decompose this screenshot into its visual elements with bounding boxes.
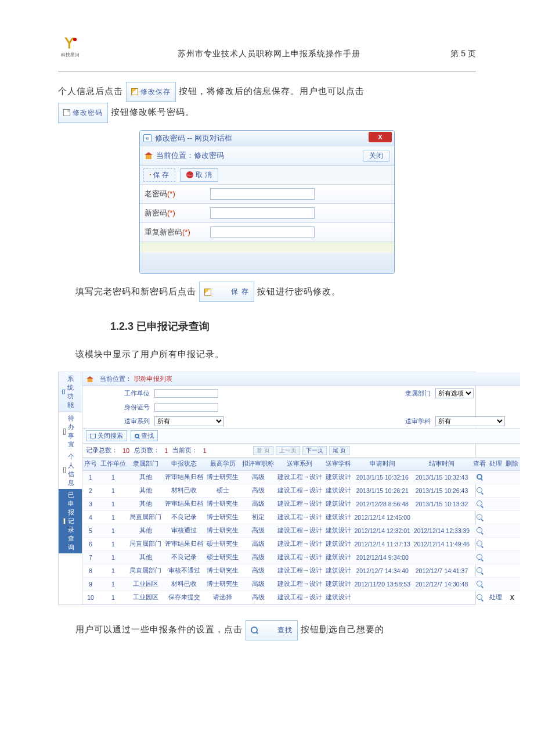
table-cell: 1 — [99, 564, 128, 578]
pages-value: 1 — [164, 447, 168, 454]
delete-cell — [504, 471, 520, 484]
table-cell: 9 — [82, 578, 99, 591]
delete-cell — [504, 511, 520, 524]
dept-select[interactable]: 所有选项 — [435, 388, 474, 398]
view-cell[interactable] — [471, 524, 488, 538]
change-password-button[interactable]: 修改密码 — [58, 103, 108, 123]
table-cell: 1 — [99, 471, 128, 484]
table-cell: 2013/1/15 10:13:32 — [412, 498, 471, 511]
work-unit-input[interactable] — [154, 389, 218, 398]
process-cell[interactable]: 处理 — [488, 591, 504, 604]
paragraph-4: 用户可以通过一些申报条件的设置，点击 查找 按钮删选自己想要的 — [58, 619, 476, 640]
table-cell: 建设工程→设计 — [276, 511, 324, 524]
table-cell: 1 — [99, 524, 128, 538]
table-cell: 高级 — [240, 471, 276, 484]
edit-save-button[interactable]: 修改保存 — [126, 82, 176, 102]
new-password-input[interactable] — [210, 207, 315, 219]
view-cell[interactable] — [471, 498, 488, 511]
view-cell[interactable] — [471, 538, 488, 551]
sidebar-item-records[interactable]: 已申报记录查询 — [59, 489, 82, 553]
view-cell[interactable] — [471, 484, 488, 498]
table-cell: 高级 — [240, 538, 276, 551]
pager-next[interactable]: 下一页 — [302, 446, 327, 455]
home-icon — [86, 376, 93, 382]
table-cell: 2012/12/14 9:34:00 — [353, 551, 412, 564]
table-cell: 2012/12/14 11:49:46 — [412, 538, 471, 551]
text: 按钮，将修改后的信息保存。用户也可以点击 — [179, 86, 365, 96]
required-star: (*) — [182, 228, 190, 236]
table-cell — [412, 511, 471, 524]
table-cell: 硕士研究生 — [205, 551, 240, 564]
table-cell: 其他 — [128, 498, 163, 511]
view-cell[interactable] — [471, 578, 488, 591]
edit-icon — [150, 174, 151, 175]
table-cell — [353, 591, 412, 604]
pager-prev[interactable]: 上一页 — [276, 446, 300, 455]
pager-first[interactable]: 首 页 — [253, 446, 273, 455]
table-cell: 1 — [99, 511, 128, 524]
find-inline-button[interactable]: 查找 — [246, 620, 298, 640]
cancel-label: 取 消 — [196, 170, 211, 180]
sidebar-item-profile[interactable]: 个人信息 — [59, 451, 82, 489]
table-cell: 2012/12/7 14:41:37 — [412, 564, 471, 578]
table-cell: 6 — [82, 538, 99, 551]
table-cell: 建筑设计 — [324, 564, 353, 578]
table-cell: 1 — [99, 538, 128, 551]
cancel-button[interactable]: — 取 消 — [180, 168, 218, 182]
series-label: 送审系列 — [124, 417, 150, 426]
save-inline-button[interactable]: 保 存 — [199, 282, 254, 302]
save-button[interactable]: 保 存 — [143, 168, 175, 182]
close-search-button[interactable]: 关闭搜索 — [86, 430, 127, 441]
required-star: (*) — [167, 208, 175, 217]
table-header-cell: 查看 — [471, 458, 488, 471]
delete-cell — [504, 578, 520, 591]
view-cell[interactable] — [471, 564, 488, 578]
delete-cell[interactable]: X — [504, 591, 520, 604]
table-cell: 2013/1/15 10:26:43 — [412, 484, 471, 498]
table-cell: 高级 — [240, 564, 276, 578]
new-password-label: 新密码 — [145, 208, 167, 217]
search-icon — [135, 434, 139, 438]
window-close-button[interactable]: X — [369, 132, 392, 142]
table-cell: 建设工程→设计 — [276, 578, 324, 591]
search-icon — [251, 627, 258, 633]
view-icon — [477, 514, 482, 520]
document-page: Ƴ 科技星河 苏州市专业技术人员职称网上申报系统操作手册 第 5 页 个人信息后… — [0, 0, 534, 687]
close-button[interactable]: 关闭 — [363, 150, 389, 162]
sidebar-item-todo[interactable]: 待办事宜 — [59, 412, 82, 451]
view-cell[interactable] — [471, 511, 488, 524]
table-cell: 2 — [82, 484, 99, 498]
table-cell: 建设工程→设计 — [276, 471, 324, 484]
table-cell: 2012/12/7 14:30:48 — [412, 578, 471, 591]
table-cell: 不良记录 — [163, 511, 205, 524]
id-label: 身份证号 — [124, 403, 150, 412]
pager-last[interactable]: 尾 页 — [329, 446, 349, 455]
table-cell: 2012/12/14 12:32:01 — [353, 524, 412, 538]
delete-cell — [504, 498, 520, 511]
repeat-password-input[interactable] — [210, 226, 315, 238]
table-cell: 博士研究生 — [205, 578, 240, 591]
pager: 首 页 上一页 下一页 尾 页 — [253, 446, 349, 455]
series-select[interactable]: 所有 — [154, 416, 224, 426]
view-cell[interactable] — [471, 471, 488, 484]
table-cell: 其他 — [128, 551, 163, 564]
find-button[interactable]: 查找 — [131, 430, 158, 441]
view-cell[interactable] — [471, 591, 488, 604]
table-cell: 2012/12/28 8:56:48 — [353, 498, 412, 511]
old-password-row: 老密码(*) — [140, 185, 394, 204]
table-cell: 2012/12/14 12:33:39 — [412, 524, 471, 538]
table-cell: 1 — [99, 591, 128, 604]
process-cell — [488, 524, 504, 538]
process-cell — [488, 538, 504, 551]
id-input[interactable] — [154, 403, 218, 412]
module-icon — [62, 390, 65, 394]
text: 用户可以通过一些申报条件的设置，点击 — [75, 624, 243, 634]
breadcrumb-value: 职称申报列表 — [134, 375, 172, 383]
view-cell[interactable] — [471, 551, 488, 564]
old-password-input[interactable] — [210, 188, 315, 200]
repeat-password-label: 重复新密码 — [145, 228, 182, 236]
table-row: 101工业园区保存未提交请选择高级建设工程→设计建筑设计处理X — [82, 591, 520, 604]
table-cell: 硕士 — [205, 484, 240, 498]
subject-select[interactable]: 所有 — [435, 416, 505, 426]
find-inline-label: 查找 — [260, 622, 293, 639]
